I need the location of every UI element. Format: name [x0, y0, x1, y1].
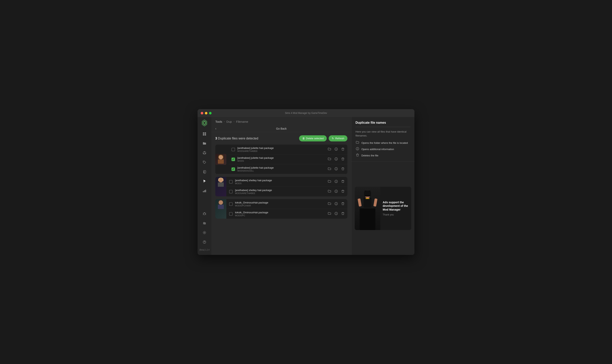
file-path-4: MODS — [235, 182, 325, 184]
file-group-2: [arethabee] shelley hair.package MODS — [215, 177, 347, 196]
info-icon-4[interactable] — [334, 180, 338, 184]
file-info-6: toksik_OminousHair.package MODS/PC/HAIR — [235, 201, 325, 207]
file-path-7: MODS/PC — [235, 214, 325, 217]
checkbox-2[interactable]: ✓ — [231, 157, 235, 161]
svg-line-24 — [205, 214, 206, 215]
open-folder-icon-5[interactable] — [328, 190, 331, 194]
info-icon-2[interactable] — [334, 157, 338, 161]
sidebar-item-tools[interactable] — [200, 219, 209, 228]
delete-selected-button[interactable]: 🗑 Delete selected — [299, 135, 327, 142]
checkbox-1[interactable] — [231, 148, 235, 151]
file-info-5: [arethabee] shelley hair.package MODS/AR… — [235, 189, 325, 195]
sidebar-item-chart[interactable] — [200, 186, 209, 195]
svg-rect-28 — [204, 224, 205, 224]
checkbox-4[interactable] — [229, 180, 233, 183]
delete-icon-2[interactable] — [341, 157, 345, 161]
checkbox-6[interactable] — [229, 202, 233, 206]
sidebar-item-cursor[interactable] — [200, 177, 209, 185]
checkbox-unchecked-4[interactable] — [229, 180, 233, 183]
sidebar-item-tag[interactable] — [200, 158, 209, 167]
open-folder-icon-7[interactable] — [328, 212, 331, 216]
file-group-1: [arethabee] juliette hair.package MODS/A… — [215, 144, 347, 174]
file-name-1: [arethabee] juliette hair.package — [237, 146, 325, 150]
legend-item-folder: Opens the folder where the file is locat… — [355, 141, 410, 145]
legend-trash-text: Deletes the file — [361, 154, 378, 157]
refresh-icon: ↻ — [332, 137, 334, 140]
file-actions-6 — [328, 202, 345, 206]
checkbox-checked-2[interactable]: ✓ — [231, 157, 235, 161]
svg-point-39 — [336, 168, 336, 169]
checkbox-unchecked-5[interactable] — [229, 190, 233, 194]
close-button[interactable] — [201, 112, 203, 115]
svg-point-31 — [204, 243, 205, 243]
list-item: [arethabee] shelley hair.package MODS/AR… — [226, 187, 347, 196]
svg-point-45 — [336, 191, 336, 191]
file-info-7: toksik_OminousHair.package MODS/PC — [235, 211, 325, 217]
delete-icon-7[interactable] — [341, 212, 345, 216]
list-item: [arethabee] shelley hair.package MODS — [226, 177, 347, 187]
svg-point-14 — [204, 161, 204, 162]
legend-folder-icon — [355, 141, 359, 145]
file-name-4: [arethabee] shelley hair.package — [235, 179, 325, 182]
breadcrumb-root: Tools — [215, 120, 222, 123]
checkbox-unchecked-7[interactable] — [229, 212, 233, 216]
ad-title: Ads support the development of the Mod M… — [383, 200, 409, 211]
svg-rect-40 — [336, 169, 336, 169]
app-window: Sims 4 Mod Manager by GameTimeDev — [198, 109, 414, 255]
delete-icon-6[interactable] — [341, 202, 345, 206]
svg-line-23 — [203, 214, 204, 215]
list-item: toksik_OminousHair.package MODS/PC — [226, 209, 347, 219]
sidebar-item-network[interactable] — [200, 148, 209, 157]
checkbox-3[interactable]: ✓ — [231, 168, 235, 171]
delete-icon-5[interactable] — [341, 190, 345, 194]
sidebar-item-folder[interactable] — [200, 139, 209, 148]
traffic-lights — [201, 112, 212, 115]
open-folder-icon-2[interactable] — [328, 157, 331, 161]
svg-rect-15 — [203, 191, 204, 192]
delete-icon-4[interactable] — [341, 180, 345, 184]
svg-rect-16 — [204, 190, 205, 192]
svg-rect-27 — [204, 222, 204, 222]
sidebar-item-settings[interactable] — [200, 228, 209, 237]
svg-point-18 — [204, 213, 205, 215]
back-button[interactable]: ‹ — [215, 127, 216, 130]
sidebar-item-help[interactable] — [200, 238, 209, 247]
info-icon-6[interactable] — [334, 202, 338, 206]
svg-line-22 — [205, 213, 206, 213]
checkbox-checked-3[interactable]: ✓ — [231, 168, 235, 171]
file-group-1-thumbnail-row: [arethabee] juliette hair.package MODS/A… — [215, 144, 347, 174]
minimize-button[interactable] — [205, 112, 207, 115]
sidebar: [Beta] 1.2.4 — [198, 117, 211, 255]
refresh-button[interactable]: ↻ Refresh — [329, 135, 347, 142]
info-icon-3[interactable] — [334, 167, 338, 171]
info-icon-1[interactable] — [334, 147, 338, 152]
delete-icon-3[interactable] — [341, 167, 345, 171]
info-icon-5[interactable] — [334, 190, 338, 194]
checkbox-unchecked-6[interactable] — [229, 202, 233, 206]
open-folder-icon-3[interactable] — [328, 167, 331, 171]
app-logo[interactable] — [201, 119, 208, 127]
file-name-3: [arethabee] juliette hair.package — [237, 166, 325, 169]
info-icon-7[interactable] — [334, 212, 338, 216]
list-item: ✓ [arethabee] juliette hair.package MODS — [229, 155, 347, 164]
svg-point-29 — [204, 232, 205, 233]
open-folder-icon-1[interactable] — [328, 147, 331, 152]
sidebar-item-clip[interactable] — [200, 168, 209, 176]
panel-title: Duplicate file names — [355, 121, 410, 125]
open-folder-icon-6[interactable] — [328, 202, 331, 206]
checkbox-7[interactable] — [229, 212, 233, 216]
checkbox-unchecked-1[interactable] — [231, 148, 235, 151]
list-item: ✓ [arethabee] juliette hair.package MODS… — [229, 164, 347, 174]
sidebar-bottom: [Beta] 1.2.4 — [199, 209, 209, 252]
file-actions-1 — [328, 147, 345, 152]
delete-icon-1[interactable] — [341, 147, 345, 152]
checkbox-5[interactable] — [229, 190, 233, 194]
sidebar-item-grid[interactable] — [200, 130, 209, 138]
svg-point-51 — [336, 213, 336, 213]
open-folder-icon-4[interactable] — [328, 180, 331, 184]
panel-description: Here you can view all files that have id… — [355, 130, 410, 138]
duplicate-label: Duplicate files were detected — [218, 137, 258, 140]
maximize-button[interactable] — [209, 112, 212, 115]
file-info-4: [arethabee] shelley hair.package MODS — [235, 179, 325, 184]
sidebar-item-bug[interactable] — [200, 209, 209, 218]
